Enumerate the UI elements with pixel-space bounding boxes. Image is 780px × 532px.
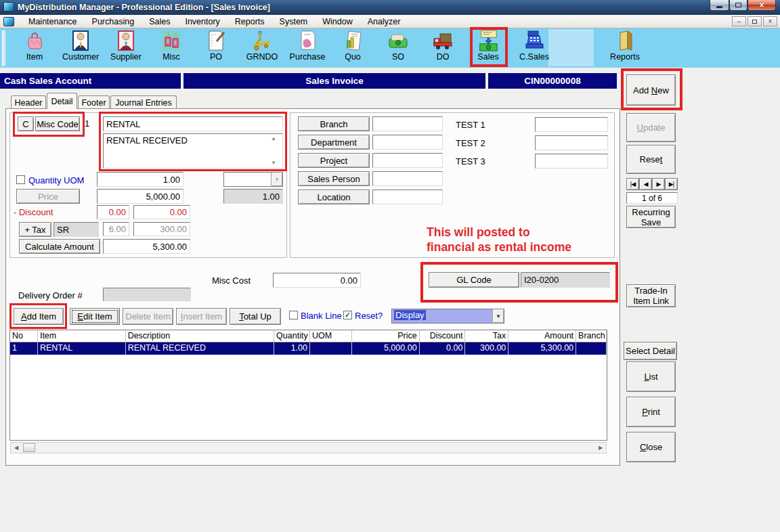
sales-person-input[interactable]	[372, 171, 443, 186]
department-input[interactable]	[372, 135, 443, 150]
sales-invoice-icon	[477, 30, 499, 51]
mdi-app-icon[interactable]	[3, 17, 14, 26]
menu-reports[interactable]: Reports	[228, 16, 272, 28]
mdi-minimize-button[interactable]: –	[732, 16, 746, 26]
test2-input[interactable]	[535, 135, 608, 150]
menu-maintenance[interactable]: Maintenance	[21, 16, 85, 28]
discount-rate-field[interactable]: 0.00	[97, 205, 129, 219]
nav-last-button[interactable]: ▶|	[665, 178, 678, 190]
grid-row-selected[interactable]: 1 RENTAL RENTAL RECEIVED 1.00 5,000.00 0…	[10, 342, 607, 355]
tax-button[interactable]: + Tax	[19, 222, 51, 237]
uom-combo[interactable]: ▼	[223, 172, 283, 187]
toolbar-item-misc[interactable]: Misc	[151, 30, 192, 66]
print-button[interactable]: Print	[626, 397, 676, 427]
trade-in-item-link-button[interactable]: Trade-InItem Link	[626, 284, 676, 307]
restore-button[interactable]	[729, 0, 748, 11]
test3-input[interactable]	[535, 154, 608, 169]
select-detail-button[interactable]: Select Detail	[624, 342, 677, 360]
edit-item-button[interactable]: Edit Item	[70, 308, 120, 325]
add-item-button[interactable]: Add Item	[14, 308, 64, 325]
menu-inventory[interactable]: Inventory	[177, 16, 227, 28]
tab-journal-entries[interactable]: Journal Entries	[110, 95, 177, 109]
menu-sales[interactable]: Sales	[142, 16, 177, 28]
reset-checkbox[interactable]: ✓	[343, 311, 352, 319]
quantity-input[interactable]	[97, 172, 183, 187]
scrollbar-thumb[interactable]	[23, 443, 35, 452]
nav-prev-button[interactable]: ◀	[639, 178, 652, 190]
tab-footer[interactable]: Footer	[78, 95, 110, 109]
toolbar-item-supplier[interactable]: Supplier	[106, 30, 146, 66]
nav-first-button[interactable]: |◀	[626, 178, 639, 190]
close-form-button[interactable]: Close	[626, 432, 676, 462]
toolbar-item-do[interactable]: DO	[422, 30, 463, 66]
mdi-restore-button[interactable]	[748, 16, 762, 26]
location-input[interactable]	[372, 190, 443, 204]
toolbar-item-quo[interactable]: Quo	[332, 30, 373, 66]
grid-hscrollbar[interactable]: ◀ ▶	[10, 442, 607, 453]
toolbar-grip	[1, 30, 6, 66]
banner-title: Sales Invoice	[183, 73, 485, 89]
tab-header[interactable]: Header	[11, 95, 46, 109]
item-code-input[interactable]	[103, 116, 283, 131]
test1-input[interactable]	[535, 117, 608, 132]
project-button[interactable]: Project	[298, 153, 370, 168]
delivery-order-field	[103, 288, 191, 301]
menu-window[interactable]: Window	[315, 16, 360, 28]
location-button[interactable]: Location	[298, 190, 370, 204]
display-combo[interactable]: Display ▼	[391, 309, 504, 324]
recurring-save-button[interactable]: RecurringSave	[626, 206, 676, 228]
nav-next-button[interactable]: ▶	[652, 178, 665, 190]
toolbar-item-csales[interactable]: C.Sales	[514, 30, 555, 66]
toolbar-item-customer[interactable]: Customer	[60, 30, 101, 66]
blank-line-checkbox[interactable]	[289, 311, 298, 319]
mdi-close-button[interactable]: ×	[763, 16, 777, 26]
app-icon[interactable]	[3, 2, 14, 12]
project-input[interactable]	[372, 153, 443, 168]
scroll-right-icon[interactable]: ▶	[595, 443, 606, 453]
scroll-left-icon[interactable]: ◀	[11, 443, 22, 453]
toolbar-item-po[interactable]: PO	[196, 30, 236, 66]
scroll-down-icon[interactable]: ▼	[271, 160, 276, 166]
item-description-input[interactable]: RENTAL RECEIVED	[103, 133, 283, 169]
price-factor-field: 1.00	[223, 189, 283, 204]
branch-input[interactable]	[372, 116, 443, 131]
customer-icon	[70, 30, 91, 51]
minimize-button[interactable]	[710, 0, 729, 11]
tax-rate-field: 6.00	[103, 222, 129, 236]
calculate-amount-button[interactable]: Calculate Amount	[19, 239, 100, 254]
menu-analyzer[interactable]: Analyzer	[360, 16, 408, 28]
price-input[interactable]	[97, 189, 183, 204]
branch-button[interactable]: Branch	[298, 116, 370, 131]
minimize-icon	[716, 6, 722, 8]
menu-system[interactable]: System	[272, 16, 316, 28]
quantity-uom-label: Quantity UOM	[28, 175, 84, 185]
col-quantity: Quantity	[274, 330, 310, 342]
close-button[interactable]: ×	[748, 0, 776, 11]
discount-amount-field[interactable]: 0.00	[133, 205, 190, 219]
delete-item-button: Delete Item	[123, 308, 173, 325]
misc-code-button[interactable]: Misc Code	[35, 116, 80, 131]
tab-detail[interactable]: Detail	[47, 93, 77, 109]
reset-button[interactable]: Reset	[626, 145, 676, 174]
toolbar-item-purchase[interactable]: Purchase	[287, 30, 328, 66]
department-button[interactable]: Department	[298, 135, 370, 150]
add-new-button[interactable]: Add New	[626, 74, 676, 106]
misc-cost-input[interactable]	[273, 273, 361, 288]
grid-header-row: No Item Description Quantity UOM Price D…	[10, 330, 607, 342]
sales-person-button[interactable]: Sales Person	[298, 171, 370, 186]
close-icon: ×	[759, 1, 764, 10]
toolbar-item-grndo[interactable]: GRNDO	[242, 30, 282, 66]
toolbar-item-sales[interactable]: Sales	[468, 30, 508, 66]
gl-code-button[interactable]: GL Code	[429, 272, 519, 288]
total-up-button[interactable]: Total Up	[230, 308, 281, 325]
list-button[interactable]: List	[626, 361, 676, 392]
toolbar-label: Misc	[162, 52, 180, 62]
scroll-up-icon[interactable]: ▲	[271, 135, 276, 141]
tax-amount-field: 300.00	[133, 222, 190, 236]
quantity-uom-checkbox[interactable]	[16, 175, 25, 184]
toolbar-item-reports[interactable]: Reports	[605, 30, 645, 66]
menu-purchasing[interactable]: Purchasing	[85, 16, 142, 28]
toolbar-item-so[interactable]: SO	[378, 30, 418, 66]
c-button[interactable]: C	[18, 116, 34, 131]
toolbar-item-item[interactable]: Item	[14, 30, 55, 66]
